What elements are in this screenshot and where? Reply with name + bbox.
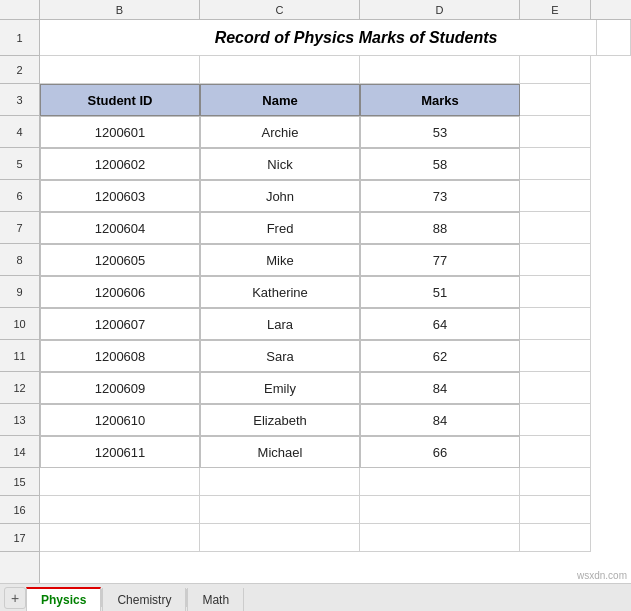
cell-b16[interactable]: [40, 496, 200, 524]
grid-content: Record of Physics Marks of Students Stud…: [40, 20, 631, 583]
cell-c15[interactable]: [200, 468, 360, 496]
cell-d7[interactable]: 88: [360, 212, 520, 244]
data-row-10: 1200607 Lara 64: [40, 308, 631, 340]
data-row-4: 1200601 Archie 53: [40, 116, 631, 148]
cell-c9[interactable]: Katherine: [200, 276, 360, 308]
cell-e2[interactable]: [520, 56, 591, 84]
cell-c11[interactable]: Sara: [200, 340, 360, 372]
row-num-12: 12: [0, 372, 39, 404]
header-student-id: Student ID: [40, 84, 200, 116]
row-num-10: 10: [0, 308, 39, 340]
cell-b17[interactable]: [40, 524, 200, 552]
cell-b10[interactable]: 1200607: [40, 308, 200, 340]
data-row-7: 1200604 Fred 88: [40, 212, 631, 244]
grid-area: 1 2 3 4 5 6 7 8 9 10 11 12 13 14 15 16 1…: [0, 20, 631, 583]
add-sheet-button[interactable]: +: [4, 587, 26, 609]
cell-b4[interactable]: 1200601: [40, 116, 200, 148]
tab-chemistry[interactable]: Chemistry: [102, 588, 186, 612]
cell-d17[interactable]: [360, 524, 520, 552]
cell-d9[interactable]: 51: [360, 276, 520, 308]
cell-d4[interactable]: 53: [360, 116, 520, 148]
cell-e1[interactable]: [597, 20, 631, 56]
row-num-14: 14: [0, 436, 39, 468]
cell-c14[interactable]: Michael: [200, 436, 360, 468]
cell-e3[interactable]: [520, 84, 591, 116]
cell-e15[interactable]: [520, 468, 591, 496]
watermark: wsxdn.com: [577, 570, 627, 581]
row-num-4: 4: [0, 116, 39, 148]
cell-e9[interactable]: [520, 276, 591, 308]
cell-c10[interactable]: Lara: [200, 308, 360, 340]
row-16: [40, 496, 631, 524]
cell-c2[interactable]: [200, 56, 360, 84]
header-marks: Marks: [360, 84, 520, 116]
cell-c13[interactable]: Elizabeth: [200, 404, 360, 436]
row-num-5: 5: [0, 148, 39, 180]
cell-d2[interactable]: [360, 56, 520, 84]
row-num-8: 8: [0, 244, 39, 276]
cell-d10[interactable]: 64: [360, 308, 520, 340]
cell-e17[interactable]: [520, 524, 591, 552]
header-name: Name: [200, 84, 360, 116]
cell-e12[interactable]: [520, 372, 591, 404]
cell-c6[interactable]: John: [200, 180, 360, 212]
row-num-15: 15: [0, 468, 39, 496]
tab-physics[interactable]: Physics: [26, 587, 101, 611]
header-row: Student ID Name Marks: [40, 84, 631, 116]
cell-d6[interactable]: 73: [360, 180, 520, 212]
cell-e11[interactable]: [520, 340, 591, 372]
cell-c7[interactable]: Fred: [200, 212, 360, 244]
cell-b8[interactable]: 1200605: [40, 244, 200, 276]
cell-b11[interactable]: 1200608: [40, 340, 200, 372]
cell-d14[interactable]: 66: [360, 436, 520, 468]
cell-d11[interactable]: 62: [360, 340, 520, 372]
cell-d13[interactable]: 84: [360, 404, 520, 436]
cell-b15[interactable]: [40, 468, 200, 496]
cell-d15[interactable]: [360, 468, 520, 496]
cell-e13[interactable]: [520, 404, 591, 436]
cell-c12[interactable]: Emily: [200, 372, 360, 404]
cell-e10[interactable]: [520, 308, 591, 340]
cell-b7[interactable]: 1200604: [40, 212, 200, 244]
cell-d12[interactable]: 84: [360, 372, 520, 404]
tab-math[interactable]: Math: [187, 588, 244, 612]
column-headers: A B C D E: [0, 0, 631, 20]
cell-b5[interactable]: 1200602: [40, 148, 200, 180]
row-num-7: 7: [0, 212, 39, 244]
cell-b1[interactable]: [40, 20, 117, 56]
cell-e4[interactable]: [520, 116, 591, 148]
cell-b13[interactable]: 1200610: [40, 404, 200, 436]
spreadsheet: A B C D E 1 2 3 4 5 6 7 8 9 10 11 12 13 …: [0, 0, 631, 611]
cell-b6[interactable]: 1200603: [40, 180, 200, 212]
cell-b2[interactable]: [40, 56, 200, 84]
row-num-13: 13: [0, 404, 39, 436]
cell-d16[interactable]: [360, 496, 520, 524]
cell-b14[interactable]: 1200611: [40, 436, 200, 468]
row-num-1: 1: [0, 20, 39, 56]
cell-e14[interactable]: [520, 436, 591, 468]
cell-e7[interactable]: [520, 212, 591, 244]
cell-e6[interactable]: [520, 180, 591, 212]
row-17: [40, 524, 631, 552]
cell-d5[interactable]: 58: [360, 148, 520, 180]
row-num-3: 3: [0, 84, 39, 116]
cell-c4[interactable]: Archie: [200, 116, 360, 148]
cell-b12[interactable]: 1200609: [40, 372, 200, 404]
cell-e5[interactable]: [520, 148, 591, 180]
row-headers: 1 2 3 4 5 6 7 8 9 10 11 12 13 14 15 16 1…: [0, 20, 40, 583]
cell-d8[interactable]: 77: [360, 244, 520, 276]
col-header-d: D: [360, 0, 520, 19]
data-row-13: 1200610 Elizabeth 84: [40, 404, 631, 436]
cell-c8[interactable]: Mike: [200, 244, 360, 276]
cell-e8[interactable]: [520, 244, 591, 276]
col-header-b: B: [40, 0, 200, 19]
data-row-9: 1200606 Katherine 51: [40, 276, 631, 308]
row-15: [40, 468, 631, 496]
cell-e16[interactable]: [520, 496, 591, 524]
cell-b9[interactable]: 1200606: [40, 276, 200, 308]
data-row-14: 1200611 Michael 66: [40, 436, 631, 468]
cell-c16[interactable]: [200, 496, 360, 524]
cell-c17[interactable]: [200, 524, 360, 552]
row-num-2: 2: [0, 56, 39, 84]
cell-c5[interactable]: Nick: [200, 148, 360, 180]
